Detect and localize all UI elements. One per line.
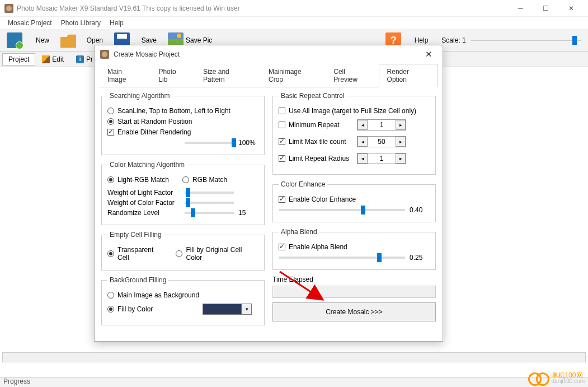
radio-icon	[107, 108, 114, 114]
min-repeat-spinner[interactable]: ◂1▸	[357, 119, 406, 130]
max-tile-spinner[interactable]: ◂50▸	[357, 136, 406, 147]
check-repeat-radius[interactable]: Limit Repeat Radius	[279, 155, 357, 162]
tab-mainimage-crop[interactable]: Mainimage Crop	[260, 64, 325, 87]
chevron-left-icon[interactable]: ◂	[357, 120, 368, 130]
menu-photo-library[interactable]: Photo Library	[57, 18, 105, 28]
radio-icon	[107, 306, 114, 313]
minimize-button[interactable]: ─	[508, 0, 533, 17]
color-swatch	[203, 304, 242, 315]
repeat-radius-spinner[interactable]: ◂1▸	[357, 153, 406, 164]
chevron-left-icon[interactable]: ◂	[357, 137, 368, 147]
radio-random-position[interactable]: Start at Random Position	[107, 118, 258, 125]
time-elapsed-section: Time Elapsed Create Mosaic >>>	[272, 276, 436, 321]
project-tab[interactable]: Project	[2, 53, 35, 66]
create-mosaic-button[interactable]: Create Mosaic >>>	[272, 302, 436, 321]
chevron-right-icon[interactable]: ▸	[396, 153, 406, 164]
radio-icon	[107, 176, 114, 183]
check-max-tile[interactable]: Limit Max tile count	[279, 138, 357, 146]
info-icon: i	[76, 55, 84, 63]
horizontal-scrollbar[interactable]	[2, 352, 586, 362]
dialog-close-button[interactable]: ✕	[420, 49, 437, 59]
tab-main-image[interactable]: Main Image	[99, 64, 150, 87]
chevron-right-icon[interactable]: ▸	[396, 137, 406, 147]
background-filling-group: BackGround Filling Main Image as Backgro…	[101, 276, 265, 325]
radio-light-rgb[interactable]: Light-RGB Match	[107, 176, 169, 184]
close-button[interactable]: ✕	[558, 0, 584, 17]
dialog-tabs: Main Image Photo Lib Size and Pattern Ma…	[99, 63, 438, 87]
basic-repeat-group: Basic Repeat Control Use All Image (targ…	[272, 92, 436, 175]
color-enhance-slider[interactable]: 0.40	[279, 206, 430, 214]
menu-bar: Mosaic Project Photo Library Help	[0, 17, 588, 29]
progress-label: Progress	[3, 377, 30, 385]
scale-area: Scale: 1	[441, 36, 586, 45]
new-icon	[7, 32, 22, 48]
chevron-right-icon[interactable]: ▸	[396, 120, 406, 130]
menu-mosaic-project[interactable]: Mosaic Project	[3, 18, 57, 28]
checkbox-icon	[279, 244, 285, 250]
tab-photo-lib[interactable]: Photo Lib	[150, 64, 195, 87]
tab-size-pattern[interactable]: Size and Pattern	[195, 64, 260, 87]
color-enhance-group: Color Enhance Enable Color Enhance 0.40	[272, 180, 436, 222]
maximize-button[interactable]: ☐	[533, 0, 558, 17]
new-button[interactable]: New	[3, 30, 55, 50]
alpha-blend-slider[interactable]: 0.25	[279, 254, 430, 262]
weight-light-slider[interactable]: Weight of Light Factor	[107, 189, 258, 197]
radio-scanline[interactable]: ScanLine, Top to Bottom, Left to Right	[107, 107, 258, 115]
scale-label: Scale: 1	[441, 36, 465, 44]
menu-help[interactable]: Help	[105, 18, 128, 28]
dialog-title: Create Mosaic Project	[114, 50, 180, 58]
check-min-repeat[interactable]: Minimum Repeat	[279, 121, 357, 129]
checkbox-icon	[279, 122, 285, 128]
alpha-blend-group: Alpha Blend Enable Alpha Blend 0.25	[272, 228, 436, 270]
render-option-panel: Searching Algorithm ScanLine, Top to Bot…	[95, 87, 443, 341]
radio-icon	[176, 250, 182, 257]
watermark: 单机100网 danji100.com	[528, 371, 585, 385]
dither-slider[interactable]: 100%	[107, 139, 258, 147]
checkbox-icon	[279, 138, 285, 145]
window-titlebar: Photo Mosaic Maker X9 Standard V19.61 Th…	[0, 0, 588, 17]
scale-slider[interactable]	[471, 36, 581, 45]
pencil-icon	[42, 55, 50, 63]
check-color-enhance[interactable]: Enable Color Enhance	[279, 195, 430, 203]
checkbox-icon	[279, 155, 285, 162]
app-icon	[4, 4, 13, 13]
tab-render-option[interactable]: Render Option	[379, 64, 438, 87]
open-icon	[60, 32, 76, 48]
check-use-all-image[interactable]: Use All Image (target to Full Size Cell …	[279, 107, 430, 115]
check-dither[interactable]: Enable Dither Rendering	[107, 128, 258, 136]
radio-icon	[182, 176, 189, 183]
radio-icon	[107, 292, 114, 299]
radio-rgb[interactable]: RGB Match	[182, 176, 227, 184]
window-title: Photo Mosaic Maker X9 Standard V19.61 Th…	[17, 4, 240, 12]
create-mosaic-dialog: Create Mosaic Project ✕ Main Image Photo…	[94, 45, 443, 342]
dialog-titlebar[interactable]: Create Mosaic Project ✕	[95, 45, 443, 63]
radio-main-image-bg[interactable]: Main Image as Background	[107, 291, 258, 299]
radio-fill-original[interactable]: Fill by Original Cell Color	[176, 246, 258, 262]
checkbox-icon	[279, 196, 285, 203]
watermark-logo-icon	[528, 371, 551, 385]
time-elapsed-display	[272, 286, 436, 298]
searching-algorithm-group: Searching Algorithm ScanLine, Top to Bot…	[101, 92, 265, 155]
tab-cell-preview[interactable]: Cell Preview	[325, 64, 378, 87]
color-matching-group: Color Matching Algorithm Light-RGB Match…	[101, 161, 265, 225]
checkbox-icon	[279, 108, 285, 114]
weight-color-slider[interactable]: Weight of Color Factor	[107, 199, 258, 207]
chevron-left-icon[interactable]: ◂	[357, 153, 368, 164]
radio-icon	[107, 118, 114, 125]
dialog-icon	[100, 50, 109, 59]
radio-fill-by-color[interactable]: Fill by Color	[107, 305, 203, 313]
edit-tab[interactable]: Edit	[36, 54, 69, 65]
check-alpha-blend[interactable]: Enable Alpha Blend	[279, 243, 430, 251]
empty-cell-group: Empty Cell Filling Transparent Cell Fill…	[101, 231, 265, 271]
chevron-down-icon[interactable]: ▾	[242, 304, 252, 315]
watermark-url: danji100.com	[552, 379, 585, 384]
radio-transparent-cell[interactable]: Transparent Cell	[107, 246, 166, 262]
status-bar: Progress	[0, 377, 588, 387]
checkbox-icon	[107, 129, 114, 136]
randomize-slider[interactable]: Randomize Level15	[107, 209, 258, 217]
bg-color-picker[interactable]: ▾	[203, 304, 252, 315]
radio-icon	[107, 250, 114, 257]
